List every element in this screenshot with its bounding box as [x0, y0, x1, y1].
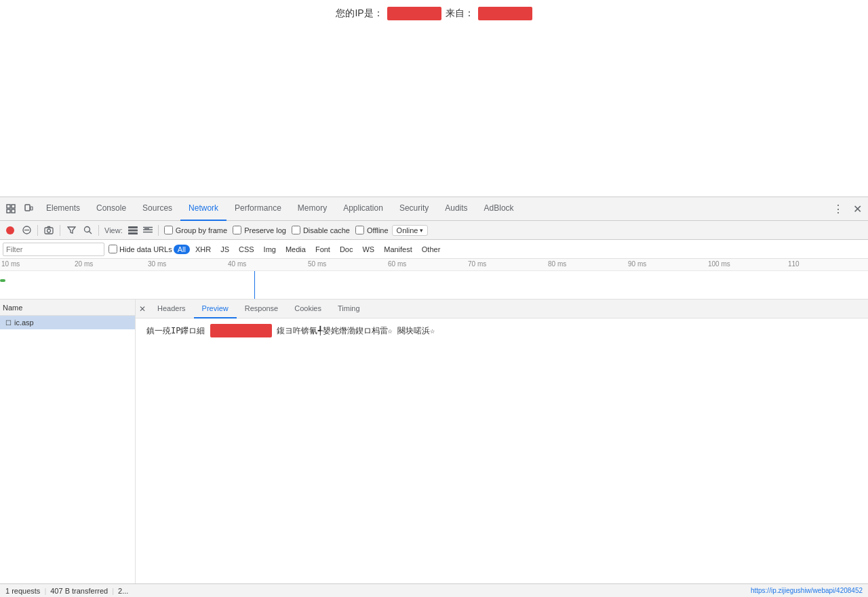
requests-count: 1 requests [5, 587, 40, 595]
filter-button[interactable] [64, 223, 79, 238]
timeline-waterfall [0, 271, 868, 300]
disable-cache-checkbox[interactable] [292, 226, 300, 234]
tick-50ms: 50 ms [308, 260, 326, 268]
filter-type-manifest[interactable]: Manifest [380, 245, 416, 254]
preserve-log-checkbox[interactable] [233, 226, 241, 234]
disable-cache-label[interactable]: Disable cache [292, 226, 350, 234]
inspect-element-icon[interactable] [3, 201, 19, 217]
filter-type-js[interactable]: JS [216, 245, 233, 254]
network-toolbar: View: Group by frame [0, 221, 868, 240]
chevron-down-icon: ▾ [420, 227, 423, 234]
tab-application[interactable]: Application [335, 197, 391, 221]
filter-bar: Hide data URLs All XHR JS CSS Img Media … [0, 240, 868, 259]
detail-panel: ✕ Headers Preview Response Cookies Timin… [136, 300, 868, 583]
request-list-header: Name [0, 300, 135, 316]
tick-30ms: 30 ms [148, 260, 166, 268]
request-item-ic-asp[interactable]: ☐ ic.asp [0, 316, 135, 329]
sep-1: | [44, 587, 46, 595]
search-button[interactable] [80, 223, 95, 238]
group-by-frame-checkbox[interactable] [164, 226, 173, 234]
tab-adblock[interactable]: AdBlock [476, 197, 522, 221]
detail-tab-cookies[interactable]: Cookies [286, 300, 330, 318]
filter-type-font[interactable]: Font [311, 245, 334, 254]
waterfall-view-button[interactable] [141, 224, 155, 237]
preserve-log-label[interactable]: Preserve log [233, 226, 286, 234]
svg-rect-13 [128, 229, 138, 231]
preview-text: 鎮一殑IP鑻ロ細 鍑ヨ吘锛氰╃嫢姹熸渤鍥ロ杩雷☆ 闋块喏浜☆ [146, 324, 857, 337]
clear-button[interactable] [19, 223, 34, 238]
svg-rect-1 [12, 205, 15, 208]
detail-tabs: ✕ Headers Preview Response Cookies Timin… [136, 300, 868, 318]
record-button[interactable] [3, 223, 18, 238]
preview-content: 鎮一殑IP鑻ロ細 鍑ヨ吘锛氰╃嫢姹熸渤鍥ロ杩雷☆ 闋块喏浜☆ [136, 318, 868, 583]
filter-type-img[interactable]: Img [260, 245, 280, 254]
view-label: View: [104, 226, 123, 234]
svg-rect-4 [25, 205, 30, 211]
request-name: ic.asp [14, 318, 34, 327]
tick-80ms: 80 ms [548, 260, 566, 268]
tab-elements[interactable]: Elements [38, 197, 88, 221]
from-label: 来自： [446, 7, 474, 20]
separator-4 [158, 225, 159, 236]
tick-110: 110 [788, 260, 800, 268]
tick-70ms: 70 ms [468, 260, 486, 268]
svg-rect-5 [31, 207, 33, 210]
devtools-panel: Elements Console Sources Network Perform… [0, 197, 868, 597]
filter-type-xhr[interactable]: XHR [191, 245, 215, 254]
extra-info: 2... [118, 587, 128, 595]
list-view-button[interactable] [126, 224, 140, 237]
svg-point-10 [84, 227, 90, 232]
detail-tab-headers[interactable]: Headers [149, 300, 194, 318]
group-by-frame-label[interactable]: Group by frame [164, 226, 227, 234]
filter-input[interactable] [3, 243, 104, 256]
svg-point-9 [47, 229, 51, 232]
detail-tab-timing[interactable]: Timing [330, 300, 368, 318]
filter-type-doc[interactable]: Doc [336, 245, 357, 254]
devtools-tab-bar: Elements Console Sources Network Perform… [0, 197, 868, 221]
detail-close-button[interactable]: ✕ [136, 302, 149, 316]
devtools-more-icon[interactable]: ⋮ [830, 201, 846, 217]
ip-label: 您的IP是： [336, 7, 382, 20]
hide-data-urls-label[interactable]: Hide data URLs [108, 245, 172, 253]
tab-performance[interactable]: Performance [226, 197, 290, 221]
filter-type-all[interactable]: All [174, 245, 190, 254]
tab-memory[interactable]: Memory [290, 197, 335, 221]
hide-data-urls-checkbox[interactable] [108, 245, 117, 253]
svg-line-11 [89, 232, 92, 234]
svg-rect-0 [7, 205, 10, 208]
svg-rect-12 [128, 226, 138, 228]
timeline-ruler: 10 ms 20 ms 30 ms 40 ms 50 ms 60 ms 70 m… [0, 259, 868, 271]
tab-network[interactable]: Network [180, 197, 226, 221]
transferred-size: 407 B transferred [50, 587, 108, 595]
preview-ip-redacted [210, 324, 272, 337]
main-content: Name ☐ ic.asp ✕ Headers Preview Response [0, 300, 868, 583]
separator-3 [98, 225, 99, 236]
tab-audits[interactable]: Audits [437, 197, 475, 221]
detail-tab-response[interactable]: Response [237, 300, 287, 318]
browser-content: 您的IP是： 来自： [0, 0, 868, 197]
tab-security[interactable]: Security [391, 197, 437, 221]
separator-1 [37, 225, 38, 236]
screenshot-button[interactable] [41, 223, 56, 238]
request-list: Name ☐ ic.asp [0, 300, 136, 583]
offline-label[interactable]: Offline [355, 226, 389, 234]
filter-type-css[interactable]: CSS [235, 245, 258, 254]
tick-100ms: 100 ms [708, 260, 730, 268]
online-dropdown[interactable]: Online ▾ [392, 225, 429, 236]
status-url: https://ip.zijiegushiw/webapi/4208452 [751, 587, 863, 594]
svg-rect-3 [12, 209, 15, 213]
from-value-redacted [478, 7, 532, 20]
detail-tab-preview[interactable]: Preview [194, 300, 237, 318]
tab-sources[interactable]: Sources [134, 197, 180, 221]
tab-console[interactable]: Console [88, 197, 134, 221]
filter-type-media[interactable]: Media [281, 245, 310, 254]
ip-info: 您的IP是： 来自： [336, 7, 532, 20]
device-toggle-icon[interactable] [20, 201, 37, 217]
offline-checkbox[interactable] [355, 226, 364, 234]
status-bar: 1 requests | 407 B transferred | 2... ht… [0, 583, 868, 597]
tick-20ms: 20 ms [75, 260, 93, 268]
filter-type-ws[interactable]: WS [358, 245, 378, 254]
filter-type-other[interactable]: Other [418, 245, 445, 254]
devtools-close-icon[interactable]: ✕ [849, 201, 865, 217]
tick-40ms: 40 ms [228, 260, 246, 268]
